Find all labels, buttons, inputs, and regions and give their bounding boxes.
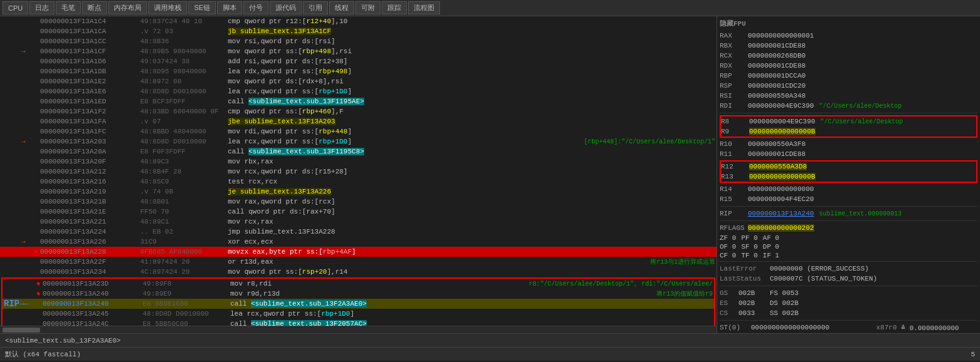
st0-row: ST(0) 0000000000000000000 x87r0 ≙ 0.0000… bbox=[720, 323, 977, 333]
table-row[interactable]: → 000000013F13A1CF 48:89B5 98040000 mov … bbox=[0, 46, 717, 56]
flags-row3: CF 0 TF 0 IF 1 bbox=[720, 252, 977, 259]
toolbar-script[interactable]: 脚本 bbox=[217, 1, 242, 14]
table-row[interactable]: 000000013F13A212 48:8B4F 28 mov rcx,qwor… bbox=[0, 167, 717, 177]
table-row[interactable]: 000000013F13A1FC 48:8BBD 48040000 mov rd… bbox=[0, 127, 717, 137]
toolbar-cpu[interactable]: CPU bbox=[3, 1, 28, 14]
toolbar-memory[interactable]: 内存布局 bbox=[108, 1, 147, 14]
table-row[interactable]: 000000013F13A21E FF50 70 call qword ptr … bbox=[0, 207, 717, 217]
reg-r8[interactable]: R8 0000000004E9C390 "/C/Users/alee/Deskt… bbox=[721, 116, 976, 127]
st1-row: ST(1) 0000000000000000000 x87r1 ≙ 0.0000… bbox=[720, 333, 977, 333]
status-bar: <sublime_text.sub_13F2A3AE0> bbox=[0, 333, 980, 347]
table-row[interactable]: 000000013F13A1FA .v 07 jbe sublime_text.… bbox=[0, 116, 717, 127]
reg-rbx[interactable]: RBX 000000001CDE88 bbox=[720, 41, 977, 51]
reg-rsp[interactable]: RSP 000000001CDC20 bbox=[720, 81, 977, 91]
table-row[interactable]: ● 000000013F13A240 49:89E9 mov r9d,r13d … bbox=[3, 289, 714, 299]
bottom-left: 默认 (x64 fastcall) bbox=[5, 349, 81, 359]
reg-r15[interactable]: R15 0000000004F4EC20 bbox=[720, 194, 977, 204]
table-row[interactable]: 000000013F13A21B 48:8B01 mov rax,qword p… bbox=[0, 197, 717, 207]
table-row[interactable]: ● 000000013F13A23D 49:89F8 mov r8,rdi r8… bbox=[3, 279, 714, 289]
reg-r14[interactable]: R14 0000000000000000 bbox=[720, 184, 977, 194]
last-status-row: LastStatus C000007C (STATUS_NO_TOKEN) bbox=[720, 274, 977, 284]
table-row[interactable]: 000000013F13A20A E8 F0F3FDFF call <subli… bbox=[0, 147, 717, 157]
flags-row: ZF 0 PF 0 AF 0 bbox=[720, 234, 977, 242]
reg-rsi[interactable]: RSI 0000000550A348 bbox=[720, 91, 977, 101]
toolbar: CPU 日志 毛笔 断点 内存布局 调用堆栈 SE链 脚本 付号 源代码 引用 … bbox=[0, 0, 980, 16]
toolbar-attach[interactable]: 可附 bbox=[355, 1, 380, 14]
table-row[interactable]: 000000013F13A234 4C:897424 20 mov qword … bbox=[0, 267, 717, 277]
reg-rdi[interactable]: RDI 0000000004E9C390 "/C/Users/alee/Desk… bbox=[720, 101, 977, 111]
table-row[interactable]: 000000013F13A24C E8 5BB50C00 call <subli… bbox=[3, 319, 714, 326]
reg-r9[interactable]: R9 000000000000000B bbox=[721, 127, 976, 137]
table-row[interactable]: 000000013F13A1DB 48:8D95 98040000 lea rd… bbox=[0, 66, 717, 76]
toolbar-refs[interactable]: 引用 bbox=[303, 1, 328, 14]
seg-es: ES 002B DS 002B bbox=[720, 298, 977, 308]
toolbar-sechain[interactable]: SE链 bbox=[188, 1, 216, 14]
reg-rcx[interactable]: RCX 00000000268DB0 bbox=[720, 51, 977, 61]
toolbar-symbols[interactable]: 付号 bbox=[243, 1, 268, 14]
reg-rip[interactable]: RIP 000000013F13A240 sublime_text.000000… bbox=[720, 209, 977, 219]
registers-panel: 隐藏FPU RAX 0000000000000001 RBX 000000001… bbox=[717, 16, 980, 333]
reg-rdx[interactable]: RDX 000000001CDE88 bbox=[720, 61, 977, 71]
table-row[interactable]: 000000013F13A1D6 49:037424 38 add rsi,qw… bbox=[0, 56, 717, 66]
toolbar-callstack[interactable]: 调用堆栈 bbox=[148, 1, 187, 14]
table-row[interactable]: 000000013F13A1F2 48:83BD 60040000 0F cmp… bbox=[0, 106, 717, 116]
flags-row2: OF 0 SF 0 DP 0 bbox=[720, 243, 977, 251]
toolbar-log[interactable]: 日志 bbox=[29, 1, 54, 14]
toolbar-threads[interactable]: 线程 bbox=[329, 1, 354, 14]
table-row[interactable]: 000000013F13A224 .. EB 02 jmp sublime_te… bbox=[0, 227, 717, 237]
toolbar-source[interactable]: 源代码 bbox=[270, 1, 302, 14]
hscrollbar[interactable] bbox=[0, 326, 717, 333]
last-error-row: LastError 00000000 (ERROR_SUCCESS) bbox=[720, 264, 977, 274]
table-row[interactable]: 000000013F13A216 48:85C9 test rcx,rcx bbox=[0, 177, 717, 187]
table-row[interactable]: 000000013F13A1E2 48:8972 08 mov qword pt… bbox=[0, 76, 717, 86]
table-row[interactable]: 000000013F13A22F 41:897424 20 or r13d,ea… bbox=[0, 257, 717, 267]
reg-r13[interactable]: R13 000000000000000B bbox=[721, 172, 976, 182]
seg-gs: GS 002B FS 0053 bbox=[720, 288, 977, 298]
table-row[interactable]: 000000013F13A20F 48:89C3 mov rbx,rax bbox=[0, 157, 717, 167]
table-row[interactable]: 000000013F13A1E6 48:8D8D D0010000 lea rc… bbox=[0, 86, 717, 96]
table-row[interactable]: 000000013F13A1CA .v 72 03 jb sublime_tex… bbox=[0, 26, 717, 36]
reg-section-title: 隐藏FPU bbox=[720, 19, 977, 28]
toolbar-breakpoints[interactable]: 断点 bbox=[82, 1, 107, 14]
table-row[interactable]: 000000013F13A1C4 49:837C24 40 10 cmp qwo… bbox=[0, 16, 717, 26]
reg-r11[interactable]: R11 000000001CDE88 bbox=[720, 149, 977, 159]
bottom-right: 5 bbox=[971, 351, 975, 358]
bottom-bar: 默认 (x64 fastcall) 5 bbox=[0, 347, 980, 361]
reg-rflags[interactable]: RFLAGS 0000000000000202 bbox=[720, 223, 977, 233]
toolbar-brush[interactable]: 毛笔 bbox=[56, 1, 81, 14]
disasm-panel: 000000013F13A1C4 49:837C24 40 10 cmp qwo… bbox=[0, 16, 717, 333]
table-row-rip[interactable]: RIP→ → 000000013F13A240 E8 9B981600 call… bbox=[3, 299, 714, 309]
toolbar-trace[interactable]: 跟踪 bbox=[382, 1, 407, 14]
table-row[interactable]: → 000000013F13A226 31C9 xor ecx,ecx bbox=[0, 237, 717, 247]
table-row[interactable]: 000000013F13A1ED E8 BCF3FDFF call <subli… bbox=[0, 96, 717, 106]
table-row[interactable]: 000000013F13A221 48:89C1 mov rcx,rax bbox=[0, 217, 717, 227]
table-row[interactable]: 000000013F13A219 .v 74 0B je sublime_tex… bbox=[0, 187, 717, 197]
reg-r12[interactable]: R12 0000000550A3D8 bbox=[721, 162, 976, 172]
table-row[interactable]: 000000013F13A1CC 48:8B36 mov rsi,qword p… bbox=[0, 36, 717, 46]
disasm-scroll-area[interactable]: 000000013F13A1C4 49:837C24 40 10 cmp qwo… bbox=[0, 16, 717, 326]
table-row-selected[interactable]: ● 000000013F13A228 0FB685 AF040000 movzx… bbox=[0, 247, 717, 257]
toolbar-flowgraph[interactable]: 流程图 bbox=[408, 1, 440, 14]
reg-rbp[interactable]: RBP 000000001DCCA0 bbox=[720, 71, 977, 81]
reg-r10[interactable]: R10 0000000550A3F8 bbox=[720, 139, 977, 149]
reg-rax[interactable]: RAX 0000000000000001 bbox=[720, 31, 977, 41]
status-text: <sublime_text.sub_13F2A3AE0> bbox=[5, 337, 121, 344]
table-row[interactable]: → 000000013F13A203 48:8D8D D0010000 lea … bbox=[0, 137, 717, 147]
seg-cs: CS 0033 SS 002B bbox=[720, 308, 977, 318]
table-row[interactable]: 000000013F13A245 48:8D8D D0010000 lea rc… bbox=[3, 309, 714, 319]
